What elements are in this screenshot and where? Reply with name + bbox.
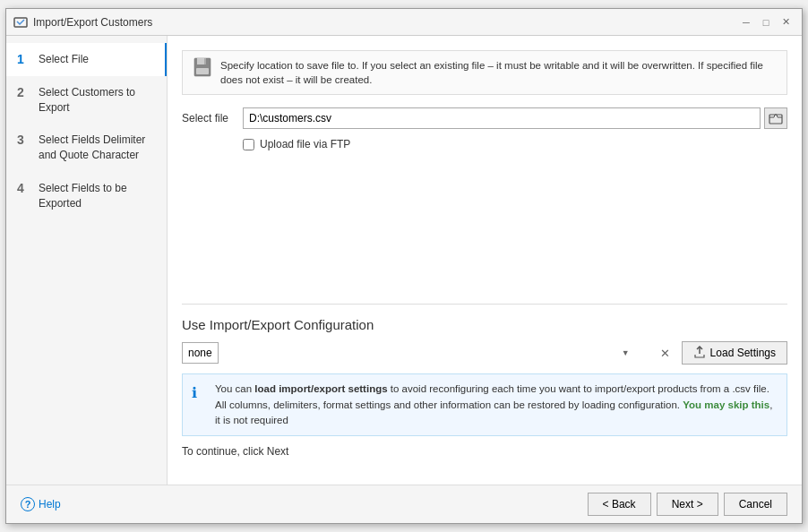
sidebar-item-select-customers[interactable]: 2 Select Customers to Export: [6, 76, 167, 124]
content-area: 1 Select File 2 Select Customers to Expo…: [6, 36, 802, 485]
sidebar-item-fields[interactable]: 4 Select Fields to be Exported: [6, 172, 167, 220]
maximize-button[interactable]: □: [757, 13, 775, 31]
file-browse-button[interactable]: [764, 107, 787, 129]
main-window: Import/Export Customers ─ □ ✕ 1 Select F…: [5, 8, 803, 524]
load-settings-label: Load Settings: [710, 347, 776, 359]
sidebar-number-4: 4: [17, 181, 31, 195]
sidebar-label-2: Select Customers to Export: [39, 85, 156, 116]
footer: ? Help < Back Next > Cancel: [6, 485, 802, 523]
config-row: none ✕ Load Settings: [182, 341, 787, 365]
upload-ftp-checkbox[interactable]: [243, 139, 254, 150]
minimize-button[interactable]: ─: [737, 13, 755, 31]
select-file-label: Select file: [182, 112, 236, 124]
svg-rect-5: [769, 115, 782, 124]
file-select-row: Select file: [182, 107, 787, 129]
file-input-container: [243, 107, 787, 129]
sidebar-item-select-file[interactable]: 1 Select File: [6, 43, 167, 76]
config-select-wrapper: none: [182, 342, 649, 364]
upload-icon: [693, 346, 706, 361]
info-header: Specify location to save file to. If you…: [182, 50, 787, 95]
sidebar-number-3: 3: [17, 133, 31, 147]
next-button[interactable]: Next >: [657, 493, 718, 516]
svg-rect-3: [204, 58, 206, 64]
info-prefix: You can: [215, 383, 254, 394]
back-button[interactable]: < Back: [588, 493, 651, 516]
help-label: Help: [39, 498, 61, 511]
upload-ftp-row: Upload file via FTP: [243, 138, 787, 150]
info-circle-icon: ℹ: [192, 382, 208, 404]
config-select[interactable]: none: [182, 342, 219, 364]
floppy-icon: [192, 56, 213, 86]
sidebar-item-delimiter[interactable]: 3 Select Fields Delimiter and Quote Char…: [6, 124, 167, 172]
upload-ftp-label[interactable]: Upload file via FTP: [260, 138, 350, 150]
sidebar-number-2: 2: [17, 85, 31, 99]
cancel-button[interactable]: Cancel: [724, 493, 787, 516]
window-controls: ─ □ ✕: [737, 13, 795, 31]
config-title: Use Import/Export Configuration: [182, 317, 787, 332]
sidebar-label-3: Select Fields Delimiter and Quote Charac…: [39, 133, 156, 163]
window-title: Import/Export Customers: [33, 16, 737, 29]
sidebar-label-4: Select Fields to be Exported: [39, 181, 156, 211]
info-bold-link: load import/export settings: [254, 383, 387, 394]
config-info-box: ℹ You can load import/export settings to…: [182, 373, 787, 436]
info-header-text: Specify location to save file to. If you…: [220, 58, 778, 87]
sidebar-number-1: 1: [17, 52, 31, 66]
load-settings-button[interactable]: Load Settings: [682, 341, 787, 365]
sidebar-label-1: Select File: [39, 52, 89, 67]
close-button[interactable]: ✕: [777, 13, 795, 31]
config-info-text: You can load import/export settings to a…: [215, 382, 778, 428]
title-bar: Import/Export Customers ─ □ ✕: [6, 9, 802, 36]
config-section: Use Import/Export Configuration none ✕: [182, 304, 787, 470]
main-panel: Specify location to save file to. If you…: [168, 36, 802, 485]
info-skip-link[interactable]: You may skip this: [683, 399, 769, 410]
help-icon: ?: [21, 497, 35, 511]
window-icon: [13, 15, 28, 30]
svg-rect-4: [196, 68, 209, 74]
continue-text: To continue, click Next: [182, 445, 787, 458]
help-link[interactable]: ? Help: [21, 497, 61, 511]
file-path-input[interactable]: [243, 107, 761, 129]
sidebar: 1 Select File 2 Select Customers to Expo…: [6, 36, 168, 485]
config-clear-button[interactable]: ✕: [655, 342, 676, 364]
